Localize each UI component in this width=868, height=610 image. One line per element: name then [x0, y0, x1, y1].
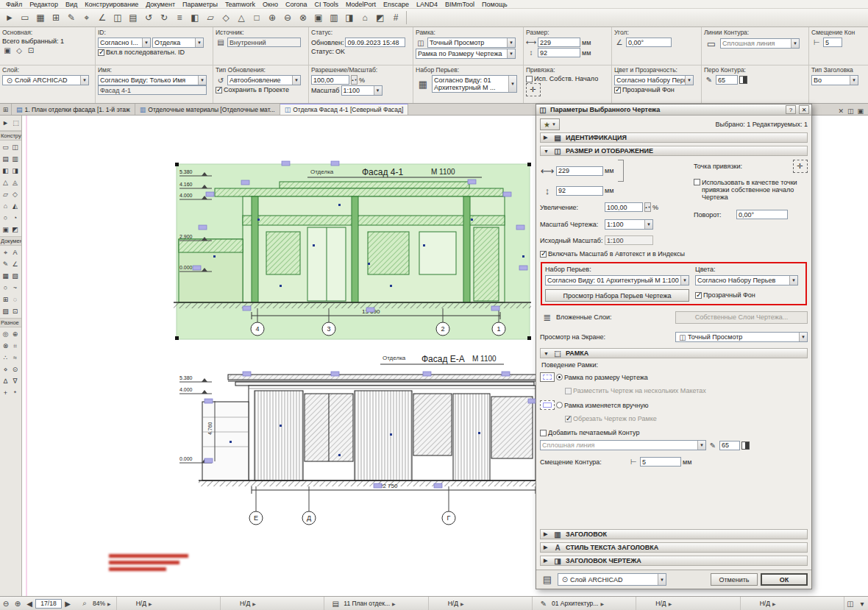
tool-icon[interactable]: ✎: [1, 258, 10, 270]
statusbar-item[interactable]: Н/Д▶: [117, 597, 221, 610]
frame-manual-radio[interactable]: [556, 402, 563, 408]
statusbar-item[interactable]: ✎ 01 Архитектур...▶: [533, 597, 636, 610]
pen-color-chip[interactable]: [739, 76, 747, 84]
menu-item[interactable]: LAND4: [413, 1, 441, 8]
arrow-tool-icon[interactable]: ►: [1, 117, 10, 129]
panel-toggle-icon[interactable]: ◫: [844, 600, 856, 608]
toolbar-icon[interactable]: ◇: [218, 10, 233, 25]
contour-offset-field[interactable]: 5: [640, 457, 681, 467]
menu-item[interactable]: Вид: [62, 1, 81, 8]
zoom-in-icon[interactable]: ⊕: [12, 600, 24, 608]
toolbar-icon[interactable]: ◩: [373, 10, 388, 25]
palette-section-construct[interactable]: Конструиро: [0, 131, 21, 141]
tool-icon[interactable]: ▭: [1, 141, 10, 153]
update-mode-combo[interactable]: Автообновление▼: [227, 75, 301, 85]
penset-preview-button[interactable]: Просмотр Набора Перьев Чертежа: [545, 289, 689, 302]
toolbar-icon[interactable]: ≡: [172, 10, 187, 25]
height-field[interactable]: 92: [538, 48, 580, 57]
toolbar-icon[interactable]: ⊗: [296, 10, 310, 25]
section-frame[interactable]: ▼ ⬚ РАМКА: [540, 348, 808, 358]
toolbar-icon[interactable]: ▦: [33, 10, 48, 25]
tool-icon[interactable]: ∠: [10, 258, 20, 270]
tab-overview-icon[interactable]: ⊞: [0, 104, 12, 115]
prev-page-icon[interactable]: ◀: [24, 600, 35, 608]
toolbar-icon[interactable]: ◧: [188, 10, 202, 25]
panel-icon[interactable]: ▣: [857, 107, 864, 115]
include-scale-checkbox[interactable]: [540, 251, 547, 258]
tool-icon[interactable]: ▱: [1, 188, 10, 200]
toolbar-icon[interactable]: ◫: [110, 10, 125, 25]
tool-icon[interactable]: ⊡: [10, 305, 20, 317]
tool-icon[interactable]: ◌: [10, 294, 20, 305]
tool-icon[interactable]: ◭: [10, 200, 20, 212]
tool-icon[interactable]: A: [10, 247, 20, 258]
stepper[interactable]: ▲▼: [351, 75, 357, 85]
tool-icon[interactable]: ⊕: [10, 328, 20, 340]
close-tab-icon[interactable]: ✕: [838, 107, 844, 115]
id-by-combo[interactable]: Согласно I...▼: [98, 38, 151, 48]
tool-icon[interactable]: ~: [10, 282, 20, 294]
preview-combo[interactable]: Точный Просмотр▼: [427, 38, 516, 48]
tool-icon[interactable]: △: [1, 177, 10, 188]
tool-icon[interactable]: ⌂: [1, 200, 10, 212]
section-identification[interactable]: ▶ ▤ ИДЕНТИФИКАЦИЯ: [540, 132, 808, 143]
title-type-combo[interactable]: Во▼: [811, 75, 858, 85]
angle-field[interactable]: 0,00°: [626, 38, 672, 47]
stepper[interactable]: ▲▼: [644, 202, 651, 212]
frame-fit-radio[interactable]: [556, 374, 563, 380]
menu-item[interactable]: Enscape: [380, 1, 413, 8]
toolbar-icon[interactable]: □: [249, 10, 264, 25]
menu-item[interactable]: Corona: [282, 1, 311, 8]
pen-color-chip[interactable]: [741, 441, 750, 450]
tool-icon[interactable]: ▦: [1, 270, 10, 282]
layer-combo[interactable]: ⊙ Слой ARCHICAD▼: [558, 573, 666, 586]
sequential-id-checkbox[interactable]: [98, 49, 104, 56]
toolbar-icon[interactable]: ►: [2, 10, 17, 25]
tool-icon[interactable]: ∆: [1, 375, 10, 387]
menu-item[interactable]: Редактор: [26, 1, 62, 8]
tab-drawing[interactable]: ◫ Отделка Фасад 4-1 [Северный Фасад]: [280, 104, 409, 115]
toolbar-icon[interactable]: ▭: [18, 10, 32, 25]
statusbar-item[interactable]: Н/Д▶: [221, 597, 324, 610]
pen-field[interactable]: 65: [716, 75, 738, 85]
close-button[interactable]: ✕: [799, 105, 809, 114]
tool-icon[interactable]: ◎: [1, 328, 10, 340]
tool-icon[interactable]: *: [10, 387, 20, 399]
transparent-bg-checkbox[interactable]: [614, 87, 621, 93]
own-origin-checkbox[interactable]: [694, 179, 700, 185]
panel-icon[interactable]: ◫: [847, 107, 854, 115]
tool-icon[interactable]: +: [1, 387, 10, 399]
toolbar-icon[interactable]: ⊞: [49, 10, 63, 25]
toolbar-icon[interactable]: ▤: [126, 10, 140, 25]
contour-linetype-combo[interactable]: Сплошная линия▼: [540, 440, 706, 450]
drawing-height-field[interactable]: 92: [556, 186, 603, 196]
drawing-fasad-4-1[interactable]: Отделка Фасад 4-1 М 1100: [174, 161, 531, 340]
printable-contour-checkbox[interactable]: [540, 430, 547, 436]
menu-item[interactable]: Окно: [259, 1, 282, 8]
tool-icon[interactable]: ⋄: [1, 363, 10, 375]
tool-icon[interactable]: ◇: [10, 188, 20, 200]
tool-icon[interactable]: ▧: [10, 270, 20, 282]
palette-section-misc[interactable]: Разное: [0, 318, 21, 327]
tool-icon[interactable]: ▤: [1, 153, 10, 165]
menu-item[interactable]: Документ: [142, 1, 179, 8]
toolbar-icon[interactable]: ⌂: [357, 10, 372, 25]
favorites-icon[interactable]: ◇: [14, 46, 24, 55]
statusbar-item[interactable]: Н/Д▶: [636, 597, 740, 610]
section-size-display[interactable]: ▼ ◫ РАЗМЕР И ОТОБРАЖЕНИЕ: [540, 146, 808, 156]
id-value-combo[interactable]: Отделка▼: [152, 38, 204, 48]
magnify-field[interactable]: 100,00: [605, 202, 643, 212]
toolbar-icon[interactable]: #: [388, 10, 403, 25]
menu-item[interactable]: Параметры: [179, 1, 221, 8]
multi-layout-checkbox[interactable]: [565, 388, 572, 394]
width-field[interactable]: 229: [538, 38, 580, 47]
zoom-level-button[interactable]: ⌕ 84%▶: [74, 597, 117, 610]
toolbar-icon[interactable]: ⊖: [280, 10, 295, 25]
tool-icon[interactable]: ∇: [10, 375, 20, 387]
rotation-field[interactable]: 0,00°: [736, 210, 788, 219]
menu-item[interactable]: BIMmTool: [441, 1, 478, 8]
toolbar-icon[interactable]: ⊕: [265, 10, 280, 25]
next-page-icon[interactable]: ▶: [62, 600, 74, 608]
menu-item[interactable]: Помощь: [478, 1, 511, 8]
transfer-icon[interactable]: ⊡: [26, 46, 36, 55]
